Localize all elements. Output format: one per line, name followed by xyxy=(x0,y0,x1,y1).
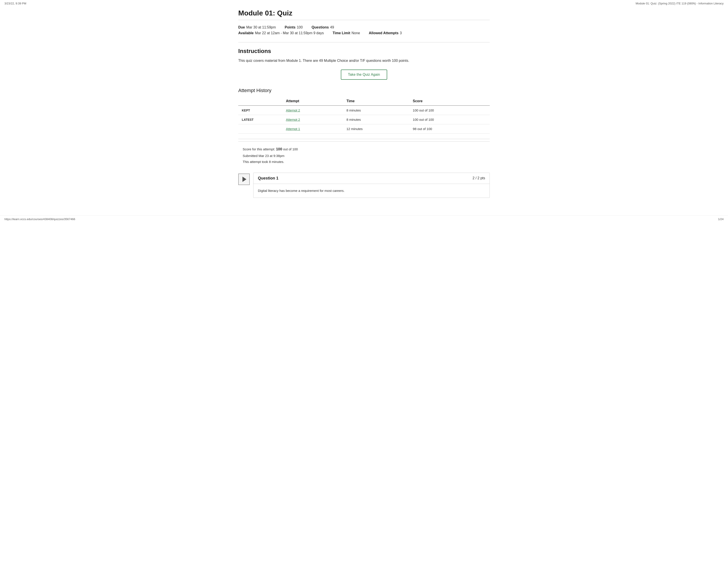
question-pts: 2 / 2 pts xyxy=(473,176,485,180)
question-section: Question 1 2 / 2 pts Digital literacy ha… xyxy=(238,173,490,198)
allowed-attempts-label: Allowed Attempts xyxy=(369,31,399,35)
play-button[interactable] xyxy=(238,173,250,185)
take-quiz-again-button[interactable]: Take the Quiz Again xyxy=(341,70,387,80)
allowed-attempts-value: 3 xyxy=(400,31,402,35)
row-label-kept: KEPT xyxy=(238,105,282,115)
play-icon xyxy=(242,177,246,182)
attempt1-link[interactable]: Attempt 1 xyxy=(286,127,300,131)
bottom-url: https://learn.vccs.edu/courses/438408/qu… xyxy=(4,217,75,221)
col-header-score: Score xyxy=(409,97,490,105)
score-suffix: out of 100 xyxy=(283,147,298,151)
score-summary: Score for this attempt: 100 out of 100 S… xyxy=(238,141,490,169)
instructions-title: Instructions xyxy=(238,48,490,55)
points-label: Points xyxy=(285,25,296,29)
score-prefix: Score for this attempt: xyxy=(243,147,275,151)
bottom-page: 1/24 xyxy=(718,217,724,221)
time-limit-label: Time Limit xyxy=(333,31,350,35)
question-box: Question 1 2 / 2 pts Digital literacy ha… xyxy=(253,173,490,198)
attempt-history-title: Attempt History xyxy=(238,88,490,93)
quiz-title: Module 01: Quiz xyxy=(238,9,490,17)
available-value: Mar 22 at 12am - Mar 30 at 11:59pm 9 day… xyxy=(255,31,324,35)
row-time-2: 12 minutes xyxy=(343,124,409,133)
datetime: 3/23/22, 9:39 PM xyxy=(4,2,26,5)
quiz-meta: Due Mar 30 at 11:59pm Points 100 Questio… xyxy=(238,22,490,40)
table-row: Attempt 1 12 minutes 98 out of 100 xyxy=(238,124,490,133)
col-header-attempt: Attempt xyxy=(282,97,343,105)
question-header: Question 1 2 / 2 pts xyxy=(253,173,490,184)
instructions-text: This quiz covers material from Module 1.… xyxy=(238,58,490,63)
attempt-history-table: Attempt Time Score KEPT Attempt 2 8 minu… xyxy=(238,97,490,133)
question-body: Digital literacy has become a requiremen… xyxy=(253,184,490,198)
row-score-2: 98 out of 100 xyxy=(409,124,490,133)
bottom-bar: https://learn.vccs.edu/courses/438408/qu… xyxy=(0,215,728,222)
row-score-0: 100 out of 100 xyxy=(409,105,490,115)
attempt2-latest-link[interactable]: Attempt 2 xyxy=(286,118,300,121)
available-label: Available xyxy=(238,31,254,35)
question-title: Question 1 xyxy=(258,176,278,180)
attempt2-kept-link[interactable]: Attempt 2 xyxy=(286,108,300,112)
divider-3 xyxy=(238,139,490,139)
browser-title: Module 01: Quiz: (Spring 2022) ITE 119 (… xyxy=(636,2,724,5)
due-value: Mar 30 at 11:59pm xyxy=(246,25,276,29)
row-label-latest: LATEST xyxy=(238,115,282,124)
duration-text: This attempt took 8 minutes. xyxy=(243,159,490,165)
due-label: Due xyxy=(238,25,245,29)
row-label-empty xyxy=(238,124,282,133)
table-row: KEPT Attempt 2 8 minutes 100 out of 100 xyxy=(238,105,490,115)
questions-value: 49 xyxy=(330,25,334,29)
score-bold-value: 100 xyxy=(276,147,282,151)
row-time-1: 8 minutes xyxy=(343,115,409,124)
time-limit-value: None xyxy=(352,31,360,35)
divider-2 xyxy=(238,42,490,42)
points-value: 100 xyxy=(297,25,303,29)
col-header-time: Time xyxy=(343,97,409,105)
row-score-1: 100 out of 100 xyxy=(409,115,490,124)
row-time-0: 8 minutes xyxy=(343,105,409,115)
table-row: LATEST Attempt 2 8 minutes 100 out of 10… xyxy=(238,115,490,124)
submitted-text: Submitted Mar 23 at 9:38pm xyxy=(243,153,490,159)
questions-label: Questions xyxy=(311,25,329,29)
col-header-label xyxy=(238,97,282,105)
